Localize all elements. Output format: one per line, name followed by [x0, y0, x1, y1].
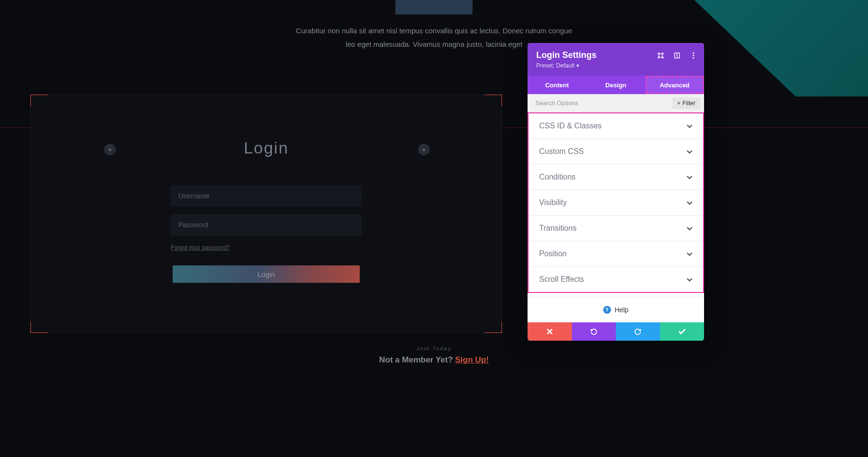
option-label: CSS ID & Classes	[539, 122, 602, 130]
option-label: Visibility	[539, 198, 567, 207]
option-label: Position	[539, 249, 567, 258]
panel-layout-icon[interactable]	[673, 52, 681, 59]
panel-header: Login Settings Preset: Default ▾	[528, 43, 704, 76]
preset-label: Preset:	[536, 62, 556, 69]
option-label: Scroll Effects	[539, 275, 584, 284]
background-top-shape	[395, 0, 473, 14]
join-today-label: Join Today	[379, 346, 488, 351]
chevron-down-icon	[687, 122, 692, 130]
svg-point-3	[692, 52, 694, 54]
option-scroll-effects[interactable]: Scroll Effects	[529, 267, 703, 292]
preset-value: Default	[556, 62, 574, 69]
tab-advanced[interactable]: Advanced	[645, 76, 704, 94]
svg-rect-0	[659, 54, 663, 57]
more-menu-icon[interactable]	[690, 52, 697, 59]
help-label: Help	[615, 306, 629, 314]
plus-icon: +	[108, 146, 112, 153]
svg-point-5	[692, 57, 694, 58]
add-module-left-button[interactable]: +	[104, 144, 116, 155]
search-row: + Filter	[528, 94, 704, 112]
login-heading: Login	[244, 138, 288, 157]
option-position[interactable]: Position	[529, 241, 703, 267]
signup-prefix: Not a Member Yet?	[379, 355, 455, 364]
redo-icon	[634, 328, 641, 335]
close-icon	[547, 329, 553, 334]
check-icon	[678, 329, 686, 334]
panel-action-bar	[528, 322, 704, 341]
svg-point-4	[692, 55, 694, 56]
corner-decoration	[30, 95, 48, 106]
option-visibility[interactable]: Visibility	[529, 190, 703, 216]
signup-line: Not a Member Yet? Sign Up!	[379, 355, 488, 365]
chevron-down-icon	[687, 249, 692, 258]
option-css-id-classes[interactable]: CSS ID & Classes	[529, 113, 703, 139]
save-button[interactable]	[660, 322, 705, 341]
corner-decoration	[485, 321, 502, 333]
help-icon: ?	[603, 306, 611, 314]
chevron-down-icon	[687, 224, 692, 233]
option-label: Conditions	[539, 173, 576, 181]
help-row[interactable]: ? Help	[528, 297, 704, 322]
option-label: Custom CSS	[539, 147, 583, 156]
option-custom-css[interactable]: Custom CSS	[529, 139, 703, 165]
chevron-down-icon	[687, 275, 692, 284]
undo-icon	[590, 328, 597, 335]
preset-dropdown[interactable]: Preset: Default ▾	[536, 62, 695, 69]
add-module-right-button[interactable]: +	[418, 144, 430, 155]
filter-button[interactable]: + Filter	[672, 97, 700, 109]
login-module[interactable]: Login Forgot your password? Login	[30, 95, 502, 333]
username-input[interactable]	[171, 185, 362, 207]
chevron-down-icon	[687, 173, 692, 181]
cancel-button[interactable]	[528, 322, 572, 341]
filter-label: Filter	[682, 100, 695, 107]
corner-decoration	[485, 95, 502, 106]
chevron-down-icon	[687, 147, 692, 156]
tab-design[interactable]: Design	[586, 76, 645, 94]
option-transitions[interactable]: Transitions	[529, 216, 703, 241]
option-conditions[interactable]: Conditions	[529, 165, 703, 190]
corner-decoration	[30, 321, 48, 333]
plus-icon: +	[677, 100, 680, 107]
password-input[interactable]	[171, 214, 362, 235]
plus-icon: +	[422, 146, 426, 153]
chevron-down-icon	[687, 198, 692, 207]
forgot-password-link[interactable]: Forgot your password?	[171, 244, 230, 251]
search-options-input[interactable]	[535, 99, 672, 107]
login-submit-button[interactable]: Login	[173, 265, 360, 283]
signup-link[interactable]: Sign Up!	[455, 355, 489, 364]
expand-icon[interactable]	[657, 52, 665, 59]
caret-down-icon: ▾	[576, 62, 579, 69]
settings-tabs: Content Design Advanced	[528, 76, 704, 94]
advanced-options-list: CSS ID & Classes Custom CSS Conditions V…	[528, 112, 704, 293]
option-label: Transitions	[539, 224, 577, 233]
undo-button[interactable]	[572, 322, 616, 341]
tab-content[interactable]: Content	[528, 76, 586, 94]
redo-button[interactable]	[616, 322, 660, 341]
login-settings-panel: Login Settings Preset: Default ▾ Content…	[528, 43, 704, 341]
